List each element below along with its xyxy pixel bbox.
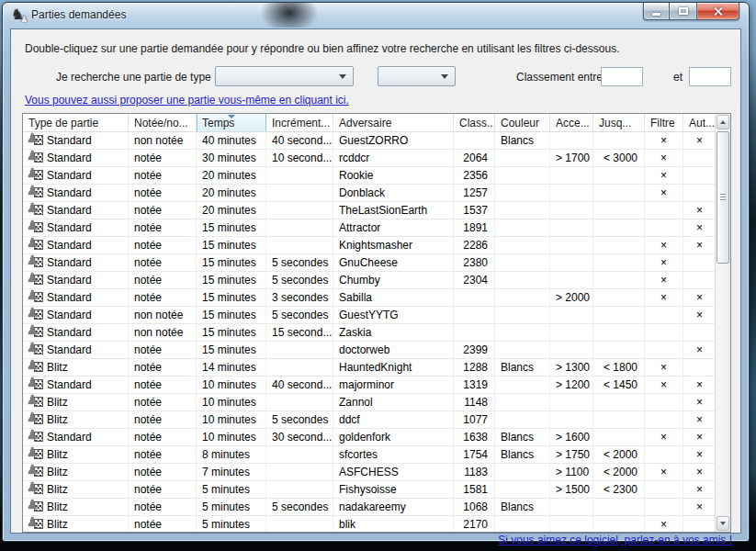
table-row[interactable]: ♟Blitznotée5 minutes5 secondesnadakareem… — [23, 499, 715, 516]
minimize-button[interactable] — [643, 3, 670, 20]
column-header-label: Filtre — [650, 117, 675, 129]
cell-adversaire: Donblack — [333, 185, 454, 202]
cell-aut: × — [683, 481, 715, 499]
column-header-temps[interactable]: Temps — [197, 114, 266, 132]
titlebar[interactable]: ♞ ♟ Parties demandées — [3, 3, 749, 28]
cell-acce: > 1100 — [550, 464, 593, 481]
cell-type-de-partie: ♟Standard — [23, 254, 129, 272]
column-header-acce[interactable]: Acce... — [550, 114, 593, 132]
rating-min-input[interactable] — [601, 67, 643, 86]
table-row[interactable]: ♟Standardnotée20 minutesRookie2356× — [23, 167, 715, 185]
scroll-down-button[interactable] — [717, 516, 729, 531]
propose-game-link[interactable]: Vous pouvez aussi proposer une partie vo… — [25, 94, 349, 107]
table-row[interactable]: ♟Blitznotée10 minutes5 secondesddcf1077× — [23, 411, 715, 429]
cell-jusq — [593, 219, 645, 237]
cell-filtre: × — [645, 132, 683, 150]
table-row[interactable]: ♟Standardnotée15 minutesAttractor1891× — [23, 219, 715, 237]
table-row[interactable]: ♟Standardnotée15 minutes5 secondesGnuChe… — [23, 254, 715, 272]
game-type-text: Standard — [47, 204, 92, 217]
cell-acce — [550, 254, 593, 272]
pawn-glyph: ♟ — [27, 150, 39, 162]
table-row[interactable]: ♟Blitznotée14 minutesHauntedKnight1288Bl… — [23, 359, 715, 377]
table-row[interactable]: ♟Standardnon notée40 minutes40 second...… — [23, 132, 715, 150]
scroll-up-button[interactable] — [717, 115, 729, 129]
cell-aut: × — [683, 132, 715, 150]
cell-adversaire: HauntedKnight — [333, 359, 454, 377]
table-row[interactable]: ♟Standardnotée15 minutesdoctorweb2399× — [23, 342, 715, 359]
table-row[interactable]: ♟Standardnon notée15 minutes15 second...… — [23, 324, 715, 342]
cell-class: 1183 — [454, 464, 495, 481]
cell-class — [454, 324, 495, 342]
cell-acce — [550, 499, 593, 516]
table-row[interactable]: ♟Standardnotée15 minutesKnightsmasher228… — [23, 237, 715, 254]
game-subtype-combo[interactable] — [378, 66, 456, 86]
column-header-adversaire[interactable]: Adversaire — [333, 114, 454, 132]
column-header-not-e-no[interactable]: Notée/no... — [129, 114, 197, 132]
cell-type-de-partie: ♟Blitz — [23, 464, 129, 481]
cell-type-de-partie: ♟Standard — [23, 219, 129, 237]
cell-incr-ment: 10 second... — [266, 150, 333, 167]
cell-adversaire: Zaskia — [333, 324, 454, 342]
column-header-couleur[interactable]: Couleur — [495, 114, 550, 132]
table-row[interactable]: ♟Standardnotée30 minutes10 second...rcdd… — [23, 150, 715, 167]
vertical-scrollbar[interactable] — [715, 114, 730, 532]
close-button[interactable] — [696, 3, 739, 20]
cell-not-e-no: notée — [129, 254, 197, 272]
table-row[interactable]: ♟Standardnotée10 minutes40 second...majo… — [23, 377, 715, 394]
cell-class: 1891 — [454, 219, 495, 237]
game-type-text: Standard — [47, 239, 92, 252]
cell-acce: > 2000 — [550, 289, 593, 307]
game-type-combo[interactable] — [215, 66, 354, 86]
table-row[interactable]: ♟Blitznotée7 minutesASFCHESS1183> 1100< … — [23, 464, 715, 481]
cell-jusq — [593, 499, 645, 516]
cell-type-de-partie: ♟Blitz — [23, 446, 129, 464]
table-row[interactable]: ♟Blitznotée5 minutesFishysoisse1581> 150… — [23, 481, 715, 499]
table-row[interactable]: ♟Standardnotée20 minutesDonblack1257× — [23, 185, 715, 202]
cell-temps: 14 minutes — [197, 359, 266, 377]
pawn-glyph: ♟ — [27, 377, 39, 388]
table-row[interactable]: ♟Standardnotée20 minutesTheLastSionEarth… — [23, 202, 715, 219]
column-header-class[interactable]: Class... — [454, 114, 495, 132]
table-row[interactable]: ♟Standardnotée10 minutes30 second...gold… — [23, 429, 715, 446]
column-header-filtre[interactable]: Filtre — [645, 114, 683, 132]
table-row[interactable]: ♟Standardnon notée15 minutes5 secondesGu… — [23, 307, 715, 324]
cell-couleur — [495, 324, 550, 342]
game-type-text: Standard — [47, 221, 92, 234]
pawn-glyph: ♟ — [27, 516, 39, 528]
cell-filtre — [645, 499, 683, 516]
table-row[interactable]: ♟Blitznotée8 minutessfcortes1754Blancs> … — [23, 446, 715, 464]
cell-adversaire: ASFCHESS — [333, 464, 454, 481]
cell-temps: 10 minutes — [197, 429, 266, 446]
game-type-text: Standard — [47, 309, 92, 321]
cell-filtre — [645, 219, 683, 237]
column-header-label: Acce... — [556, 117, 590, 129]
cell-couleur — [495, 272, 550, 289]
column-header-incr-ment[interactable]: Incrément... — [266, 114, 333, 132]
rating-max-input[interactable] — [689, 67, 731, 86]
cell-aut — [683, 254, 715, 272]
scrollbar-thumb[interactable] — [717, 131, 729, 264]
cell-incr-ment — [266, 202, 333, 219]
column-header-aut[interactable]: Aut... — [683, 114, 715, 132]
cell-class: 2399 — [454, 342, 495, 359]
column-header-type-de-partie[interactable]: Type de partie — [23, 114, 129, 132]
column-header-jusq[interactable]: Jusq... — [593, 114, 645, 132]
cell-acce — [550, 237, 593, 254]
cell-temps: 30 minutes — [197, 150, 266, 167]
table-row[interactable]: ♟Blitznotée5 minutesblik2170× — [23, 516, 715, 532]
pawn-glyph: ♟ — [27, 254, 39, 266]
table-row[interactable]: ♟Blitznotée10 minutesZannol1148× — [23, 394, 715, 411]
table-row[interactable]: ♟Standardnotée15 minutes3 secondesSabill… — [23, 289, 715, 307]
cell-jusq — [593, 342, 645, 359]
pawn-checkerboard-icon: ♟ — [28, 274, 44, 286]
table-row[interactable]: ♟Standardnotée15 minutes5 secondesChumby… — [23, 272, 715, 289]
share-with-friends-link[interactable]: Si vous aimez ce logiciel, parlez-en à v… — [498, 534, 732, 546]
pawn-glyph: ♟ — [27, 499, 39, 511]
game-type-text: Standard — [47, 378, 92, 391]
maximize-button[interactable] — [670, 3, 696, 20]
cell-type-de-partie: ♟Standard — [23, 272, 129, 289]
pawn-checkerboard-icon: ♟ — [28, 134, 44, 146]
cell-filtre — [645, 481, 683, 499]
cell-couleur — [495, 202, 550, 219]
cell-jusq — [593, 132, 645, 150]
